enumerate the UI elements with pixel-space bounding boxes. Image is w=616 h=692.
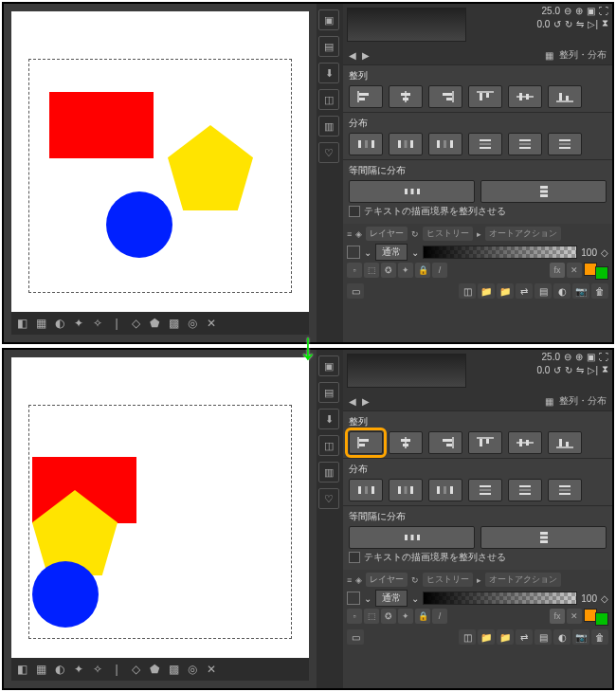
align-bottom-button[interactable] xyxy=(548,431,582,454)
new-folder-icon[interactable]: 📁 xyxy=(478,629,495,645)
tool-icon[interactable]: ◎ xyxy=(184,661,201,678)
nav-icon[interactable]: ▶ xyxy=(362,50,370,61)
dropdown-icon[interactable]: ⌄ xyxy=(364,593,371,604)
bg-color[interactable] xyxy=(595,266,608,280)
even-horizontal-button[interactable] xyxy=(349,526,475,549)
menu-icon[interactable]: ≡ xyxy=(347,229,352,239)
tool-icon[interactable]: ✦ xyxy=(70,315,87,332)
align-bottom-button[interactable] xyxy=(548,85,582,108)
opacity-stepper[interactable]: ◇ xyxy=(601,593,608,604)
tool-icon[interactable]: ◇ xyxy=(127,661,144,678)
tab-icon[interactable]: ▦ xyxy=(545,50,553,61)
blend-mode-select[interactable]: 通常 xyxy=(375,590,408,607)
opacity-slider[interactable] xyxy=(423,246,577,259)
shape-circle[interactable] xyxy=(106,191,172,258)
palette-icon[interactable]: ⬇ xyxy=(318,63,339,83)
history-icon[interactable]: ↻ xyxy=(411,229,419,239)
opacity-stepper[interactable]: ◇ xyxy=(601,247,608,258)
mask-icon[interactable]: ✕ xyxy=(567,609,582,624)
distribute-vcenter-button[interactable] xyxy=(508,133,542,155)
even-vertical-button[interactable] xyxy=(480,180,607,203)
pin-icon[interactable]: ✪ xyxy=(381,263,396,278)
distribute-right-button[interactable] xyxy=(428,479,462,501)
tab-auto[interactable]: オートアクション xyxy=(485,227,561,241)
nav-icon[interactable]: ◀ xyxy=(349,396,356,407)
canvas[interactable] xyxy=(11,357,309,658)
lock-icon[interactable]: ⬚ xyxy=(364,609,379,624)
nav-icon[interactable]: ▶ xyxy=(362,396,370,407)
tool-icon[interactable]: ▦ xyxy=(32,661,49,678)
new-layer-icon[interactable]: ◫ xyxy=(459,283,476,299)
tab-layers[interactable]: レイヤー xyxy=(366,573,408,587)
navigator-preview[interactable] xyxy=(347,354,466,388)
align-vcenter-button[interactable] xyxy=(508,431,542,454)
mask-add-icon[interactable]: ◐ xyxy=(553,629,571,645)
rotate-cw-icon[interactable]: ↻ xyxy=(565,19,572,29)
align-vcenter-button[interactable] xyxy=(508,85,542,108)
shape-circle[interactable] xyxy=(32,561,99,628)
distribute-hcenter-button[interactable] xyxy=(389,133,423,155)
even-vertical-button[interactable] xyxy=(480,526,607,549)
palette-icon[interactable]: ▥ xyxy=(318,116,339,137)
zoom-in-icon[interactable]: ⊕ xyxy=(575,352,583,362)
tool-icon[interactable]: ▩ xyxy=(165,661,182,678)
mask-add-icon[interactable]: ◐ xyxy=(553,283,571,299)
layer-color-swatch[interactable] xyxy=(347,246,360,259)
flip-icon[interactable]: ⇋ xyxy=(576,365,584,375)
merge-icon[interactable]: ▤ xyxy=(534,629,552,645)
zoom-in-icon[interactable]: ⊕ xyxy=(575,6,583,16)
align-right-button[interactable] xyxy=(428,431,462,454)
bg-color[interactable] xyxy=(595,612,608,626)
tool-icon[interactable]: ◧ xyxy=(13,315,30,332)
text-bounds-checkbox[interactable] xyxy=(349,206,360,217)
fx-icon[interactable]: fx xyxy=(550,263,565,278)
dropdown-icon[interactable]: ⌄ xyxy=(364,247,371,258)
blend-mode-select[interactable]: 通常 xyxy=(375,244,408,261)
transfer-icon[interactable]: ⇄ xyxy=(516,629,533,645)
expand-icon[interactable]: ⛶ xyxy=(599,352,608,362)
palette-icon[interactable]: ⬇ xyxy=(318,409,339,429)
layer-color-swatch[interactable] xyxy=(347,592,360,605)
layers-icon[interactable]: ◈ xyxy=(355,575,362,585)
menu-icon[interactable]: ≡ xyxy=(347,575,352,585)
wand-icon[interactable]: ✦ xyxy=(398,609,413,624)
fx-icon[interactable]: fx xyxy=(550,609,565,624)
lock-icon[interactable]: ▫ xyxy=(347,609,362,624)
tool-icon[interactable]: ◐ xyxy=(51,315,68,332)
merge-icon[interactable]: ▤ xyxy=(534,283,552,299)
tab-auto[interactable]: オートアクション xyxy=(485,573,561,587)
canvas[interactable] xyxy=(11,11,309,312)
tool-icon[interactable]: ✦ xyxy=(70,661,87,678)
new-folder-icon[interactable]: 📁 xyxy=(497,629,514,645)
distribute-left-button[interactable] xyxy=(349,133,383,155)
tool-icon[interactable]: ▩ xyxy=(165,315,182,332)
palette-icon[interactable]: ▤ xyxy=(318,36,339,57)
palette-icon[interactable]: ▤ xyxy=(318,382,339,403)
palette-icon[interactable]: ◫ xyxy=(318,89,339,110)
palette-icon[interactable]: ▣ xyxy=(318,9,339,30)
ruler-icon[interactable]: / xyxy=(432,609,447,624)
rotate-ccw-icon[interactable]: ↺ xyxy=(553,365,561,375)
align-right-button[interactable] xyxy=(428,85,462,108)
palette-icon[interactable]: ♡ xyxy=(318,488,339,509)
distribute-right-button[interactable] xyxy=(428,133,462,155)
palette-icon[interactable]: ▥ xyxy=(318,462,339,483)
palette-icon[interactable]: ▣ xyxy=(318,355,339,376)
zoom-out-icon[interactable]: ⊖ xyxy=(564,352,571,362)
align-left-button[interactable] xyxy=(349,85,383,108)
camera-icon[interactable]: 📷 xyxy=(572,283,589,299)
auto-icon[interactable]: ▸ xyxy=(477,575,481,585)
trash-icon[interactable]: 🗑 xyxy=(591,629,608,645)
camera-icon[interactable]: 📷 xyxy=(572,629,589,645)
transfer-icon[interactable]: ⇄ xyxy=(516,283,533,299)
nav-icon[interactable]: ◀ xyxy=(349,50,356,61)
navigator-preview[interactable] xyxy=(347,8,466,42)
zoom-out-icon[interactable]: ⊖ xyxy=(564,6,571,16)
mask-icon[interactable]: ✕ xyxy=(567,263,582,278)
palette-icon[interactable]: ♡ xyxy=(318,142,339,163)
flip-icon[interactable]: ⇋ xyxy=(576,19,584,29)
lock-alpha-icon[interactable]: 🔒 xyxy=(415,263,430,278)
wand-icon[interactable]: ✦ xyxy=(398,263,413,278)
skip-icon[interactable]: ▷| xyxy=(588,365,598,375)
expand-icon[interactable]: ⛶ xyxy=(599,6,608,16)
